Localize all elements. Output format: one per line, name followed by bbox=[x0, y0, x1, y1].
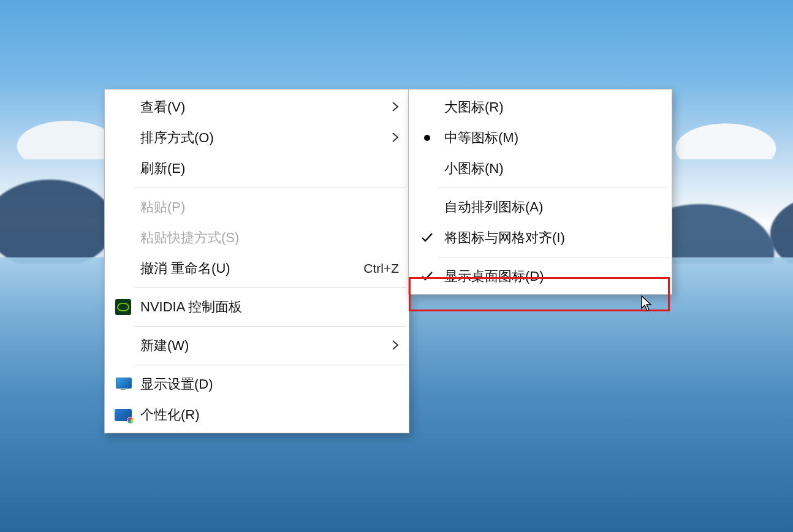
menu-item-label: 小图标(N) bbox=[444, 159, 662, 178]
menu-separator bbox=[134, 365, 406, 365]
menu-item-label: 自动排列图标(A) bbox=[444, 198, 662, 216]
radio-bullet-icon bbox=[424, 135, 430, 141]
menu-item-gutter bbox=[410, 271, 444, 282]
submenu-arrow-icon bbox=[389, 99, 399, 115]
menu-item-paste-shortcut: 粘贴快捷方式(S) bbox=[106, 222, 408, 253]
submenu-arrow-icon bbox=[389, 338, 399, 354]
checkmark-icon bbox=[421, 232, 433, 243]
menu-item-label: 大图标(R) bbox=[444, 98, 662, 116]
nvidia-icon bbox=[115, 299, 131, 315]
menu-item-personalize[interactable]: 个性化(R) bbox=[106, 400, 408, 430]
menu-item-label: 将图标与网格对齐(I) bbox=[444, 229, 662, 247]
menu-item-view[interactable]: 查看(V) bbox=[106, 92, 408, 123]
menu-item-accelerator: Ctrl+Z bbox=[363, 261, 399, 276]
submenu-item-align-to-grid[interactable]: 将图标与网格对齐(I) bbox=[410, 222, 670, 253]
menu-item-label: 粘贴(P) bbox=[140, 198, 399, 216]
menu-separator bbox=[134, 326, 406, 327]
menu-item-nvidia-control-panel[interactable]: NVIDIA 控制面板 bbox=[106, 292, 408, 322]
view-submenu: 大图标(R) 中等图标(M) 小图标(N) 自动排列图标(A) 将图标与网格对齐… bbox=[408, 89, 672, 295]
menu-item-label: 排序方式(O) bbox=[140, 129, 382, 147]
menu-item-label: 刷新(E) bbox=[140, 159, 399, 178]
menu-item-gutter bbox=[106, 299, 140, 315]
menu-item-label: 显示桌面图标(D) bbox=[444, 267, 662, 286]
submenu-item-medium-icons[interactable]: 中等图标(M) bbox=[410, 123, 670, 153]
checkmark-icon bbox=[421, 271, 433, 282]
menu-item-gutter bbox=[410, 232, 444, 243]
submenu-item-large-icons[interactable]: 大图标(R) bbox=[410, 92, 670, 123]
menu-item-refresh[interactable]: 刷新(E) bbox=[106, 153, 408, 184]
menu-item-label: 新建(W) bbox=[140, 336, 382, 355]
submenu-item-show-desktop-icons[interactable]: 显示桌面图标(D) bbox=[410, 261, 670, 292]
menu-item-label: NVIDIA 控制面板 bbox=[140, 298, 399, 316]
menu-item-gutter bbox=[410, 135, 444, 141]
menu-item-gutter bbox=[106, 409, 140, 421]
menu-item-label: 中等图标(M) bbox=[444, 129, 662, 147]
menu-item-new[interactable]: 新建(W) bbox=[106, 330, 408, 361]
menu-item-label: 粘贴快捷方式(S) bbox=[140, 229, 399, 247]
menu-separator bbox=[438, 257, 669, 257]
menu-item-label: 显示设置(D) bbox=[140, 375, 399, 393]
submenu-item-small-icons[interactable]: 小图标(N) bbox=[410, 153, 670, 184]
desktop-context-menu: 查看(V) 排序方式(O) 刷新(E) 粘贴(P) 粘贴快捷方式(S) 撤消 重… bbox=[104, 89, 409, 433]
monitor-icon bbox=[115, 378, 132, 391]
menu-separator bbox=[438, 188, 669, 188]
menu-item-label: 撤消 重命名(U) bbox=[140, 259, 351, 278]
menu-item-label: 查看(V) bbox=[140, 98, 382, 116]
submenu-item-auto-arrange[interactable]: 自动排列图标(A) bbox=[410, 192, 670, 222]
menu-item-label: 个性化(R) bbox=[140, 406, 399, 424]
menu-separator bbox=[134, 287, 406, 288]
submenu-arrow-icon bbox=[389, 130, 399, 146]
menu-item-paste: 粘贴(P) bbox=[106, 192, 408, 222]
menu-separator bbox=[134, 188, 406, 188]
menu-item-undo-rename[interactable]: 撤消 重命名(U) Ctrl+Z bbox=[106, 253, 408, 284]
menu-item-display-settings[interactable]: 显示设置(D) bbox=[106, 369, 408, 400]
personalize-icon bbox=[115, 409, 132, 421]
menu-item-sort-by[interactable]: 排序方式(O) bbox=[106, 123, 408, 153]
menu-item-gutter bbox=[106, 378, 140, 391]
